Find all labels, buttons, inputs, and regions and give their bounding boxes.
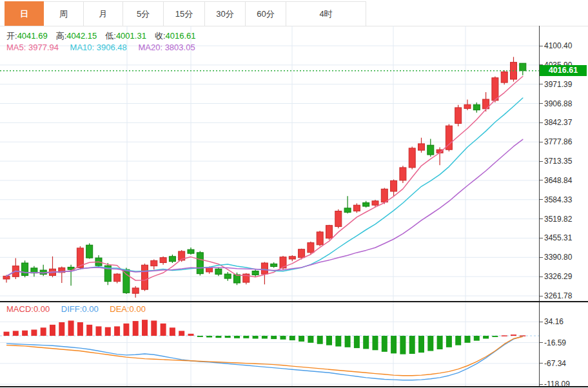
price-axis-tick: 4100.40 bbox=[540, 40, 572, 52]
macd-chart-svg[interactable] bbox=[0, 302, 539, 387]
tab-30min[interactable]: 30分 bbox=[205, 1, 246, 26]
tab-month[interactable]: 月 bbox=[84, 1, 123, 26]
timeframe-tabbar: 日 周 月 5分 15分 30分 60分 4时 bbox=[5, 1, 366, 26]
macd-axis-tick: -16.59 bbox=[540, 337, 566, 349]
tab-day[interactable]: 日 bbox=[5, 1, 44, 26]
open-label: 开: bbox=[6, 31, 17, 41]
price-axis-tick: 3390.80 bbox=[540, 251, 572, 263]
price-axis-tick: 3261.78 bbox=[540, 290, 572, 302]
price-axis-tick: 3713.35 bbox=[540, 155, 572, 167]
open-value: 4041.69 bbox=[17, 31, 48, 41]
dea-label: DEA: bbox=[110, 304, 129, 314]
last-price-tag: 4016.61 bbox=[540, 65, 587, 76]
low-label: 低: bbox=[105, 31, 116, 41]
dea-value: 0.00 bbox=[130, 304, 146, 314]
ma20-label: MA20: bbox=[138, 43, 162, 52]
ma-readout: MA5: 3977.94 MA10: 3906.48 MA20: 3803.05 bbox=[6, 43, 204, 52]
diff-label: DIFF: bbox=[61, 304, 83, 314]
tab-4hour[interactable]: 4时 bbox=[286, 1, 366, 26]
low-value: 4001.31 bbox=[116, 31, 146, 41]
macd-axis-tick: -67.34 bbox=[540, 358, 566, 369]
tab-5min[interactable]: 5分 bbox=[123, 1, 164, 26]
diff-value: 0.00 bbox=[82, 304, 98, 314]
price-axis-tick: 3842.37 bbox=[540, 117, 572, 128]
price-axis-tick: 3971.39 bbox=[540, 79, 572, 90]
macd-axis-tick: 34.16 bbox=[540, 316, 564, 327]
ohlc-readout: 开:4041.69高:4042.15低:4001.31收:4016.61 bbox=[6, 30, 204, 42]
ma5-label: MA5: bbox=[6, 43, 26, 52]
ma5-value: 3977.94 bbox=[28, 43, 59, 52]
price-axis-tick: 3455.31 bbox=[540, 232, 572, 244]
macd-readout: MACD:0.00 DIFF:0.00 DEA:0.00 bbox=[6, 304, 155, 314]
macd-label: MACD: bbox=[6, 304, 34, 314]
price-axis-tick: 3777.86 bbox=[540, 136, 572, 148]
price-axis-tick: 3648.84 bbox=[540, 175, 572, 186]
kline-chart-app: 日 周 月 5分 15分 30分 60分 4时 开:4041.69高:4042.… bbox=[0, 0, 588, 388]
pane-separator bbox=[0, 301, 588, 302]
price-axis-tick: 3519.82 bbox=[540, 213, 572, 225]
ma10-value: 3906.48 bbox=[97, 43, 127, 52]
price-axis-tick: 3584.33 bbox=[540, 194, 572, 206]
high-label: 高: bbox=[56, 31, 67, 41]
bottom-border bbox=[0, 386, 588, 387]
ma10-label: MA10: bbox=[70, 43, 95, 52]
high-value: 4042.15 bbox=[66, 31, 97, 41]
price-axis-tick: 3906.88 bbox=[540, 98, 572, 110]
tab-15min[interactable]: 15分 bbox=[164, 1, 205, 26]
ma20-value: 3803.05 bbox=[165, 43, 195, 52]
price-axis-tick: 3326.29 bbox=[540, 271, 572, 282]
main-chart-svg[interactable] bbox=[0, 26, 539, 302]
tab-week[interactable]: 周 bbox=[44, 1, 84, 26]
close-label: 收: bbox=[155, 31, 166, 41]
tab-60min[interactable]: 60分 bbox=[246, 1, 286, 26]
macd-value: 0.00 bbox=[34, 304, 50, 314]
close-value: 4016.61 bbox=[166, 31, 196, 41]
